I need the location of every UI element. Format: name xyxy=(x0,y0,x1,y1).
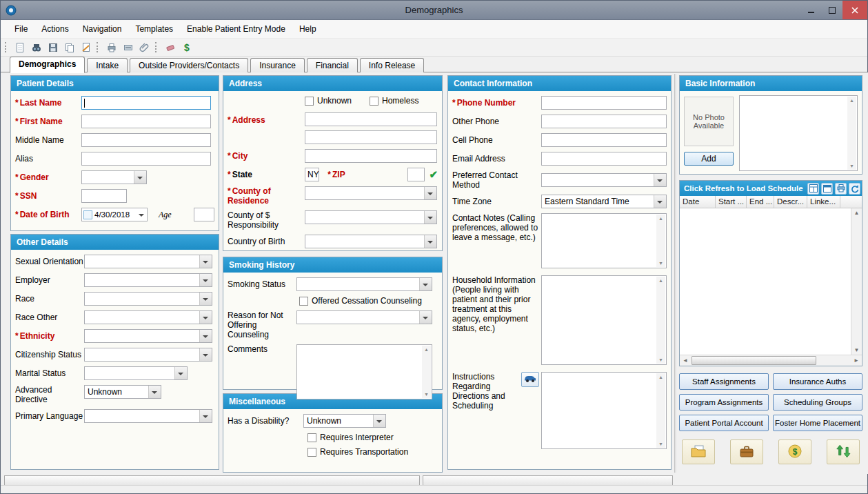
scroll-up-icon[interactable]: ▲ xyxy=(849,98,854,103)
add-photo-button[interactable]: Add xyxy=(684,152,734,166)
reason-not-offering-dropdown[interactable] xyxy=(296,310,432,324)
horizontal-scrollbar-left[interactable] xyxy=(4,475,420,486)
menu-file[interactable]: File xyxy=(8,21,34,37)
scrollbar-track[interactable] xyxy=(691,355,851,366)
menu-enable-patient-entry-mode[interactable]: Enable Patient Entry Mode xyxy=(180,21,292,37)
zip-input[interactable] xyxy=(407,168,425,181)
ssn-input[interactable] xyxy=(81,189,127,203)
close-button[interactable] xyxy=(842,1,867,19)
attachment-icon[interactable] xyxy=(138,41,152,55)
sexual-orientation-dropdown[interactable] xyxy=(84,255,212,268)
smoking-status-dropdown[interactable] xyxy=(296,277,432,291)
county-of-responsibility-dropdown[interactable] xyxy=(305,210,437,224)
scroll-up-icon[interactable]: ▲ xyxy=(658,375,663,379)
schedule-horizontal-scrollbar[interactable]: ◄ ► xyxy=(680,355,862,366)
scroll-left-icon[interactable]: ◄ xyxy=(680,355,691,366)
scroll-down-icon[interactable]: ▼ xyxy=(424,392,429,397)
citizenship-status-dropdown[interactable] xyxy=(84,348,212,362)
other-phone-input[interactable] xyxy=(541,115,667,128)
cell-phone-input[interactable] xyxy=(541,133,667,147)
scroll-down-icon[interactable]: ▼ xyxy=(854,347,860,353)
state-input[interactable]: NY xyxy=(305,168,319,181)
date-of-birth-picker[interactable]: 4/30/2018 xyxy=(81,208,148,221)
comments-textarea[interactable]: ▲▼ xyxy=(296,344,432,399)
has-disability-dropdown[interactable]: Unknown xyxy=(303,414,386,428)
scroll-up-icon[interactable]: ▲ xyxy=(424,347,429,352)
first-name-input[interactable] xyxy=(81,115,211,128)
primary-language-dropdown[interactable] xyxy=(84,409,212,423)
age-input[interactable] xyxy=(194,208,214,221)
marital-status-dropdown[interactable] xyxy=(84,366,188,380)
textarea-scrollbar[interactable]: ▲▼ xyxy=(656,215,665,267)
grid-view-icon[interactable] xyxy=(807,183,819,195)
address-line2-input[interactable] xyxy=(305,130,437,144)
menu-templates[interactable]: Templates xyxy=(128,21,180,37)
scroll-up-icon[interactable]: ▲ xyxy=(658,278,663,283)
contact-notes-textarea[interactable]: ▲▼ xyxy=(541,213,667,268)
country-of-birth-dropdown[interactable] xyxy=(305,235,437,248)
print-icon[interactable] xyxy=(105,41,119,55)
city-input[interactable] xyxy=(305,149,437,163)
textarea-scrollbar[interactable]: ▲▼ xyxy=(656,277,665,364)
maximize-button[interactable] xyxy=(822,1,842,19)
tab-financial[interactable]: Financial xyxy=(307,58,358,72)
offered-cessation-counseling-checkbox[interactable]: Offered Cessation Counseling xyxy=(299,296,422,306)
tab-insurance[interactable]: Insurance xyxy=(250,58,305,72)
column-header-start[interactable]: Start ... xyxy=(716,196,747,208)
textarea-scrollbar[interactable]: ▲▼ xyxy=(656,373,665,448)
insurance-auths-button[interactable]: Insurance Auths xyxy=(773,373,862,390)
phone-number-input[interactable] xyxy=(541,96,667,110)
textarea-scrollbar[interactable]: ▲▼ xyxy=(422,346,431,398)
email-address-input[interactable] xyxy=(541,152,667,166)
directions-button[interactable] xyxy=(521,372,539,387)
scan-icon[interactable] xyxy=(121,41,135,55)
address-unknown-checkbox[interactable]: Unknown xyxy=(305,96,352,106)
household-information-textarea[interactable]: ▲▼ xyxy=(541,275,667,365)
new-document-icon[interactable] xyxy=(13,41,27,55)
billing-icon[interactable]: $ xyxy=(180,41,194,55)
scroll-down-icon[interactable]: ▼ xyxy=(658,442,663,446)
homeless-checkbox[interactable]: Homeless xyxy=(370,96,418,106)
scroll-up-icon[interactable]: ▲ xyxy=(854,210,860,216)
employer-combo[interactable] xyxy=(84,273,212,287)
instructions-textarea[interactable]: ▲▼ xyxy=(541,372,667,449)
preferred-contact-method-dropdown[interactable] xyxy=(541,173,667,187)
menu-actions[interactable]: Actions xyxy=(34,21,75,37)
gender-dropdown[interactable] xyxy=(81,170,147,184)
address-line1-input[interactable] xyxy=(305,112,437,126)
listbox-scrollbar[interactable]: ▲▼ xyxy=(847,97,856,170)
transfer-button[interactable] xyxy=(827,439,860,464)
staff-assignments-button[interactable]: Staff Assignments xyxy=(679,373,769,390)
scroll-right-icon[interactable]: ► xyxy=(851,355,862,366)
tab-demographics[interactable]: Demographics xyxy=(10,57,85,73)
middle-name-input[interactable] xyxy=(81,133,211,147)
tab-info-release[interactable]: Info Release xyxy=(360,58,424,72)
photo-listbox[interactable]: ▲▼ xyxy=(739,95,858,171)
vertical-splitter[interactable] xyxy=(674,74,676,473)
scheduling-groups-button[interactable]: Scheduling Groups xyxy=(773,394,862,411)
scroll-down-icon[interactable]: ▼ xyxy=(658,261,663,266)
menu-navigation[interactable]: Navigation xyxy=(76,21,129,37)
race-dropdown[interactable] xyxy=(84,292,212,306)
billing-button[interactable]: $ xyxy=(778,439,811,464)
program-assignments-button[interactable]: Program Assignments xyxy=(679,394,769,411)
last-name-input[interactable] xyxy=(81,96,211,110)
column-header-description[interactable]: Descr... xyxy=(774,196,807,208)
briefcase-button[interactable] xyxy=(730,439,763,464)
column-header-linked[interactable]: Linke... xyxy=(807,196,840,208)
save-icon[interactable] xyxy=(46,41,60,55)
schedule-grid[interactable] xyxy=(680,208,851,355)
time-zone-dropdown[interactable]: Eastern Standard Time xyxy=(541,195,667,208)
tab-outside-providers-contacts[interactable]: Outside Providers/Contacts xyxy=(130,58,248,72)
ethnicity-dropdown[interactable] xyxy=(84,329,212,343)
printer-icon[interactable] xyxy=(835,183,847,195)
column-header-date[interactable]: Date xyxy=(680,196,716,208)
scrollbar-thumb[interactable] xyxy=(692,356,816,365)
advanced-directive-dropdown[interactable]: Unknown xyxy=(84,385,161,399)
schedule-vertical-scrollbar[interactable]: ▲ ▼ xyxy=(851,208,862,355)
scroll-down-icon[interactable]: ▼ xyxy=(658,357,663,362)
requires-interpreter-checkbox[interactable]: Requires Interpreter xyxy=(307,433,394,442)
chevron-down-icon[interactable] xyxy=(137,208,147,221)
menu-help[interactable]: Help xyxy=(292,21,323,37)
foster-home-placement-button[interactable]: Foster Home Placement xyxy=(773,415,862,431)
